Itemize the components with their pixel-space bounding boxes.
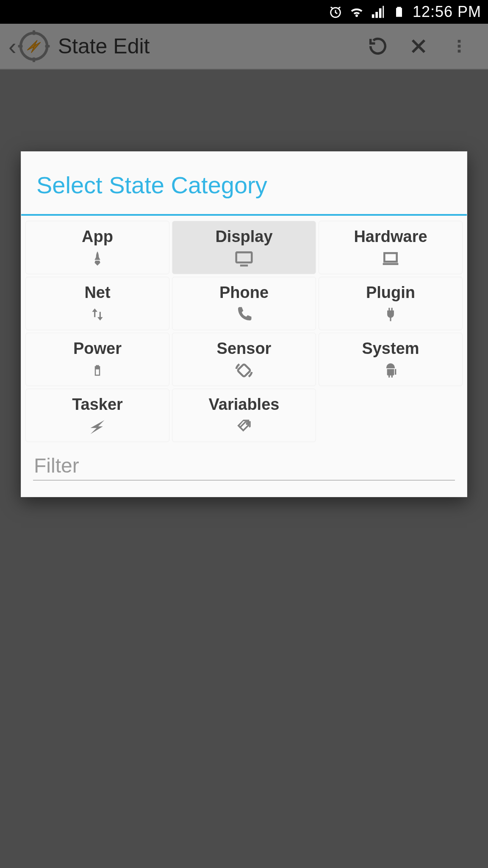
category-plugin[interactable]: Plugin [319,277,463,330]
battery-icon [88,361,107,380]
plug-icon [381,305,400,324]
rotate-icon [235,361,253,380]
battery-status-icon [391,4,407,19]
category-label: Power [73,339,122,358]
category-net[interactable]: Net [25,277,169,330]
wifi-icon [349,4,364,19]
svg-rect-9 [236,252,252,262]
category-grid: App Display Hardware Net Phone [21,216,467,450]
category-label: System [362,339,419,358]
category-label: Net [84,284,110,302]
category-hardware[interactable]: Hardware [319,221,463,274]
select-state-category-dialog: Select State Category App Display Hardwa… [21,151,467,497]
filter-row [21,450,467,497]
category-label: Sensor [217,339,272,358]
dialog-title: Select State Category [21,152,467,216]
android-icon [381,361,400,380]
updown-icon [88,305,107,324]
category-variables[interactable]: Variables [172,389,316,442]
category-app[interactable]: App [25,221,169,274]
category-power[interactable]: Power [25,333,169,386]
alarm-icon [328,4,343,19]
svg-rect-10 [384,253,396,262]
category-label: Variables [209,395,280,414]
status-time: 12:56 PM [413,3,481,21]
tag-icon [235,417,253,436]
category-label: Tasker [72,395,123,414]
category-label: Hardware [354,228,427,246]
category-label: Display [215,228,272,246]
signal-icon [370,4,385,19]
empty-cell [319,389,463,442]
category-display[interactable]: Display [172,221,316,274]
bolt-icon [88,417,107,436]
category-tasker[interactable]: Tasker [25,389,169,442]
monitor-icon [235,249,253,268]
rocket-icon [88,249,107,268]
svg-rect-11 [237,364,250,377]
category-phone[interactable]: Phone [172,277,316,330]
category-sensor[interactable]: Sensor [172,333,316,386]
status-bar: 12:56 PM [0,0,488,24]
laptop-icon [381,249,400,268]
category-label: Plugin [366,284,415,302]
filter-input[interactable] [33,451,455,481]
category-system[interactable]: System [319,333,463,386]
category-label: Phone [219,284,269,302]
phone-icon [235,305,253,324]
category-label: App [82,228,113,246]
